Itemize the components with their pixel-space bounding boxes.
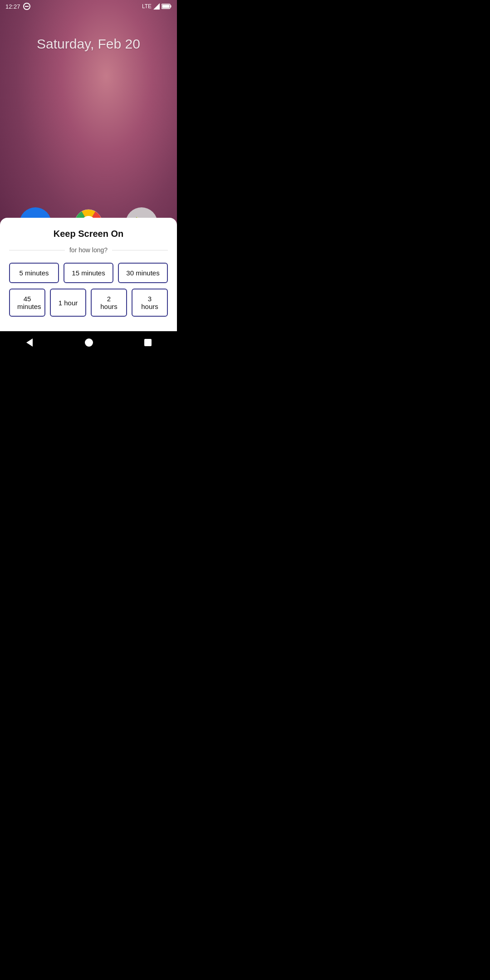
time-buttons-row-1: 5 minutes 15 minutes 30 minutes [9,263,168,283]
svg-marker-12 [26,338,33,347]
status-left: 12:27 [5,3,30,10]
recents-icon [143,338,152,347]
btn-1-hour[interactable]: 1 hour [50,289,86,317]
btn-3-hours[interactable]: 3 hours [132,289,168,317]
battery-icon [162,4,172,9]
sheet-divider-left [9,250,65,250]
signal-icon [153,3,160,10]
bottom-sheet: Keep Screen On for how long? 5 minutes 1… [0,218,177,331]
lte-label: LTE [142,3,152,10]
btn-45-minutes[interactable]: 45 minutes [9,289,45,317]
home-button[interactable] [84,338,94,348]
btn-15-minutes[interactable]: 15 minutes [64,263,113,283]
btn-30-minutes[interactable]: 30 minutes [118,263,168,283]
back-icon [24,338,34,348]
time-buttons-row-2: 45 minutes 1 hour 2 hours 3 hours [9,289,168,317]
btn-2-hours[interactable]: 2 hours [91,289,127,317]
date-display: Saturday, Feb 20 [0,36,177,52]
dnd-icon [23,3,30,10]
svg-point-13 [85,338,93,347]
svg-rect-14 [144,339,152,346]
sheet-divider-row: for how long? [9,246,168,254]
sheet-divider-right [112,250,168,250]
recents-button[interactable] [143,338,152,347]
sheet-title: Keep Screen On [9,229,168,239]
back-button[interactable] [24,338,34,348]
svg-rect-3 [162,5,170,8]
svg-marker-0 [153,3,160,10]
svg-rect-2 [171,5,172,8]
status-bar: 12:27 LTE [0,0,177,13]
btn-5-minutes[interactable]: 5 minutes [9,263,59,283]
status-right: LTE [142,3,172,10]
home-icon [84,338,94,348]
sheet-subtitle: for how long? [69,246,108,254]
nav-bar [0,331,177,354]
status-time: 12:27 [5,3,20,10]
